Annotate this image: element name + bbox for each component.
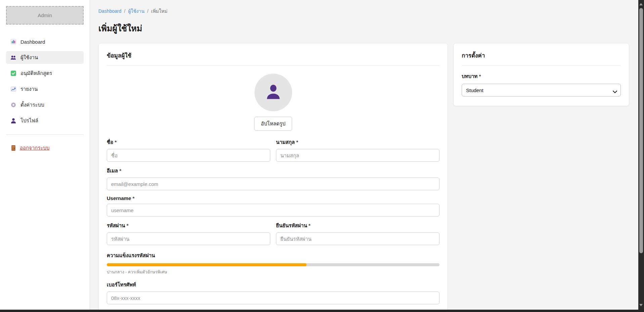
- gear-icon: [10, 102, 16, 108]
- line-chart-icon: [10, 86, 16, 92]
- vertical-scrollbar[interactable]: [638, 0, 644, 310]
- sidebar-item-label: โปรไฟล์: [20, 117, 38, 125]
- door-icon: [10, 145, 16, 151]
- password-input[interactable]: [107, 232, 270, 245]
- cards-row: ข้อมูลผู้ใช้ อัปโหลดรูป ชื่อ *: [98, 43, 629, 310]
- user-info-card: ข้อมูลผู้ใช้ อัปโหลดรูป ชื่อ *: [98, 43, 448, 310]
- sidebar-item-users[interactable]: ผู้ใช้งาน: [6, 51, 84, 64]
- last-name-field: นามสกุล *: [276, 138, 440, 162]
- required-asterisk: *: [296, 139, 298, 145]
- sidebar-item-dashboard[interactable]: Dashboard: [6, 35, 84, 48]
- breadcrumb-current: เพิ่มใหม่: [151, 7, 168, 15]
- phone-label: เบอร์โทรศัพท์: [107, 281, 440, 289]
- sidebar-item-label: ผู้ใช้งาน: [20, 53, 38, 62]
- logout-button[interactable]: ออกจากระบบ: [6, 142, 84, 154]
- first-name-field: ชื่อ *: [107, 138, 270, 162]
- user-form: ชื่อ * นามสกุล * อีเมล * Usernam: [107, 138, 440, 309]
- username-field: Username *: [107, 195, 440, 217]
- sidebar-divider: [6, 134, 84, 135]
- sidebar-item-label: รายงาน: [20, 85, 38, 93]
- last-name-label: นามสกุล *: [276, 138, 440, 146]
- password-strength-message: ปานกลาง - ควรเพิ่มตัวอักษรพิเศษ: [107, 269, 440, 275]
- logout-label: ออกจากระบบ: [20, 144, 50, 152]
- card-divider: [107, 65, 440, 66]
- email-label: อีเมล *: [107, 167, 440, 175]
- confirm-password-input[interactable]: [276, 232, 440, 245]
- settings-card-title: การตั้งค่า: [462, 51, 621, 60]
- role-select[interactable]: Student: [462, 84, 621, 96]
- password-strength-section: ความแข็งแรงรหัสผ่าน ปานกลาง - ควรเพิ่มตั…: [107, 251, 440, 275]
- username-label: Username *: [107, 195, 440, 201]
- password-label: รหัสผ่าน *: [107, 222, 270, 230]
- required-asterisk: *: [119, 168, 121, 173]
- confirm-password-field: ยืนยันรหัสผ่าน *: [276, 222, 440, 245]
- required-asterisk: *: [309, 223, 311, 228]
- admin-app: Admin Dashboard ผู้ใช้งาน: [0, 0, 638, 310]
- required-asterisk: *: [127, 223, 129, 228]
- card-divider: [462, 65, 621, 66]
- user-card-title: ข้อมูลผู้ใช้: [107, 51, 440, 60]
- users-icon: [10, 54, 16, 61]
- required-asterisk: *: [479, 73, 481, 79]
- main-content: Dashboard / ผู้ใช้งาน / เพิ่มใหม่ เพิ่มผ…: [90, 0, 638, 310]
- avatar-section: อัปโหลดรูป: [107, 74, 440, 131]
- first-name-input[interactable]: [107, 149, 270, 162]
- sidebar-item-profile[interactable]: โปรไฟล์: [6, 114, 84, 127]
- password-strength-label: ความแข็งแรงรหัสผ่าน: [107, 251, 440, 260]
- phone-input[interactable]: [107, 291, 440, 304]
- required-asterisk: *: [133, 195, 135, 201]
- sidebar-item-reports[interactable]: รายงาน: [6, 83, 84, 95]
- scroll-up-arrow-icon[interactable]: [639, 3, 643, 5]
- page-title: เพิ่มผู้ใช้ใหม่: [98, 22, 629, 35]
- password-strength-fill: [107, 263, 307, 266]
- breadcrumb-dashboard[interactable]: Dashboard: [98, 8, 122, 14]
- upload-photo-button[interactable]: อัปโหลดรูป: [254, 117, 292, 131]
- required-asterisk: *: [114, 139, 117, 145]
- breadcrumb: Dashboard / ผู้ใช้งาน / เพิ่มใหม่: [98, 7, 629, 15]
- horizontal-scrollbar[interactable]: [0, 310, 644, 312]
- password-strength-bar: [107, 263, 440, 266]
- confirm-password-label: ยืนยันรหัสผ่าน *: [276, 222, 440, 230]
- role-select-wrap: Student: [462, 84, 621, 96]
- sidebar-nav: Dashboard ผู้ใช้งาน อนุมัติหลักสูตร: [0, 35, 90, 127]
- logo-placeholder: Admin: [6, 6, 84, 25]
- bar-chart-icon: [10, 39, 16, 45]
- breadcrumb-separator: /: [147, 8, 148, 14]
- email-input[interactable]: [107, 178, 440, 190]
- sidebar: Admin Dashboard ผู้ใช้งาน: [0, 0, 90, 310]
- sidebar-item-label: อนุมัติหลักสูตร: [20, 69, 52, 77]
- settings-card: การตั้งค่า บทบาท * Student: [453, 43, 629, 106]
- logo-text: Admin: [38, 12, 52, 18]
- sidebar-item-label: ตั้งค่าระบบ: [20, 101, 44, 109]
- sidebar-item-label: Dashboard: [20, 39, 45, 45]
- person-icon: [10, 118, 16, 124]
- sidebar-item-system-settings[interactable]: ตั้งค่าระบบ: [6, 99, 84, 111]
- check-icon: [10, 70, 16, 76]
- role-label: บทบาท *: [462, 72, 621, 80]
- browser-viewport: Admin Dashboard ผู้ใช้งาน: [0, 0, 644, 312]
- avatar-person-icon: [264, 83, 282, 102]
- password-field: รหัสผ่าน *: [107, 222, 270, 245]
- breadcrumb-separator: /: [124, 8, 126, 14]
- last-name-input[interactable]: [276, 149, 440, 162]
- breadcrumb-users[interactable]: ผู้ใช้งาน: [128, 7, 144, 15]
- sidebar-item-course-approval[interactable]: อนุมัติหลักสูตร: [6, 67, 84, 80]
- avatar: [255, 74, 292, 111]
- phone-field: เบอร์โทรศัพท์: [107, 281, 440, 304]
- vertical-scrollbar-thumb[interactable]: [639, 8, 643, 253]
- email-field: อีเมล *: [107, 167, 440, 190]
- username-input[interactable]: [107, 204, 440, 217]
- first-name-label: ชื่อ *: [107, 138, 270, 146]
- scroll-down-arrow-icon[interactable]: [639, 304, 643, 306]
